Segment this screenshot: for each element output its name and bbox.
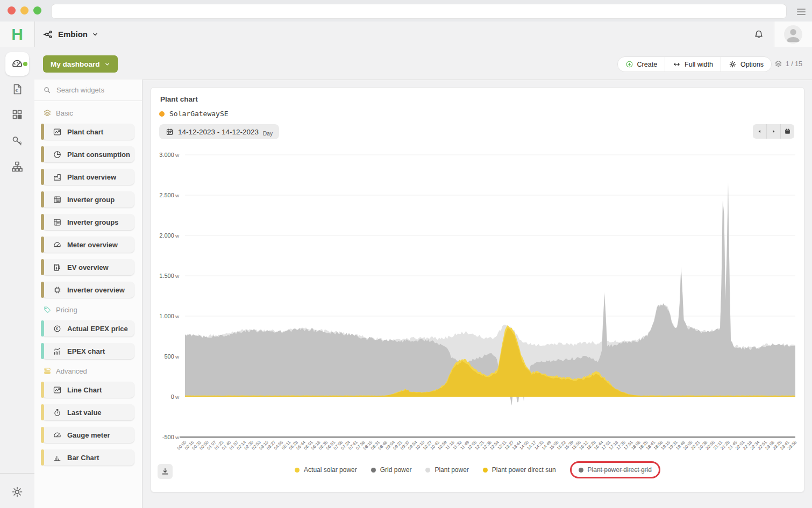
widget-item-plant-overview[interactable]: Plant overview bbox=[42, 169, 134, 185]
speedometer-icon bbox=[11, 58, 24, 70]
molecule-icon bbox=[42, 28, 54, 40]
widget-item-ev-overview[interactable]: EV overview bbox=[42, 259, 134, 275]
factory-icon bbox=[53, 173, 62, 182]
widget-item-line-chart[interactable]: Line Chart bbox=[42, 382, 134, 398]
svg-text:0 W: 0 W bbox=[171, 393, 180, 400]
svg-text:2.000 W: 2.000 W bbox=[159, 232, 180, 239]
options-button[interactable]: Options bbox=[721, 57, 771, 71]
app-logo[interactable]: H bbox=[0, 22, 35, 47]
page-indicator-label: 1 / 15 bbox=[786, 60, 802, 68]
section-label: Basic bbox=[56, 109, 73, 117]
accent-bar bbox=[41, 191, 44, 208]
full-width-button[interactable]: Full width bbox=[665, 57, 721, 71]
rail-divider bbox=[0, 473, 34, 474]
legend-label: Grid power bbox=[380, 466, 412, 474]
rail-item-dashboard[interactable] bbox=[5, 52, 29, 76]
svg-text:-500 W: -500 W bbox=[162, 434, 180, 440]
stopwatch-icon bbox=[53, 408, 62, 417]
accent-bar bbox=[41, 146, 44, 162]
plant-chart-plot[interactable]: 3.000 W2.500 W2.000 W1.500 W1.000 W500 W… bbox=[151, 88, 804, 459]
options-label: Options bbox=[740, 61, 764, 68]
legend-label: Plant power direct grid bbox=[588, 466, 652, 474]
widget-item-plant-consumption[interactable]: Plant consumption bbox=[42, 146, 134, 162]
widget-item-gauge-meter[interactable]: Gauge meter bbox=[42, 427, 134, 443]
pie-chart-icon bbox=[53, 150, 62, 159]
chart-legend: Actual solar powerGrid powerPlant powerP… bbox=[151, 461, 804, 478]
coin-icon: € bbox=[53, 324, 62, 333]
legend-item-plant-power-direct-grid[interactable]: Plant power direct grid bbox=[570, 461, 660, 478]
full-width-label: Full width bbox=[685, 61, 713, 68]
accent-bar bbox=[41, 343, 44, 359]
line-chart-icon bbox=[53, 127, 62, 137]
rail-item-settings[interactable] bbox=[5, 480, 29, 504]
accent-bar bbox=[41, 427, 44, 443]
legend-item-plant-power[interactable]: Plant power bbox=[425, 462, 468, 477]
sitemap-icon bbox=[11, 160, 24, 173]
legend-label: Plant power direct sun bbox=[492, 466, 556, 474]
svg-text:€: € bbox=[56, 326, 58, 330]
legend-label: Plant power bbox=[435, 466, 468, 474]
search-input[interactable] bbox=[55, 85, 127, 95]
window-close-button[interactable] bbox=[8, 6, 16, 15]
rail-item-billing[interactable]: € bbox=[5, 77, 29, 101]
chip-icon bbox=[53, 285, 62, 295]
epex-chart-icon bbox=[53, 347, 62, 356]
window-maximize-button[interactable] bbox=[33, 6, 41, 15]
section-label: Advanced bbox=[56, 367, 87, 375]
widget-item-inverter-overview[interactable]: Inverter overview bbox=[42, 282, 134, 298]
bar-chart-icon bbox=[53, 453, 62, 462]
search-icon bbox=[43, 86, 51, 94]
widget-item-inverter-groups[interactable]: Inverter groups bbox=[42, 214, 134, 230]
plus-circle-icon bbox=[625, 60, 633, 68]
create-button[interactable]: Create bbox=[618, 57, 666, 71]
widget-item-meter-overview[interactable]: Meter overview bbox=[42, 237, 134, 253]
gear-icon bbox=[729, 60, 737, 68]
legend-item-grid-power[interactable]: Grid power bbox=[371, 462, 412, 477]
accent-bar bbox=[41, 404, 44, 420]
legend-dot bbox=[425, 468, 430, 473]
table-list-icon bbox=[53, 218, 62, 227]
dashboard-page-indicator: 1 / 15 bbox=[774, 56, 802, 71]
widget-item-epex-chart[interactable]: EPEX chart bbox=[42, 343, 134, 359]
org-switcher[interactable]: Embion bbox=[42, 22, 98, 47]
legend-item-plant-power-direct-sun[interactable]: Plant power direct sun bbox=[483, 462, 556, 477]
widget-item-bar-chart[interactable]: Bar Chart bbox=[42, 449, 134, 466]
widget-item-plant-chart[interactable]: Plant chart bbox=[42, 124, 134, 140]
accent-bar bbox=[41, 320, 44, 337]
svg-text:1.500 W: 1.500 W bbox=[159, 273, 180, 279]
browser-url-bar[interactable] bbox=[51, 4, 787, 19]
layers-icon bbox=[774, 60, 782, 68]
widget-item-label: Last value bbox=[67, 409, 102, 417]
notifications-bell-icon[interactable] bbox=[753, 28, 765, 40]
dashboard-selector-button[interactable]: My dashboard bbox=[43, 55, 118, 73]
widget-item-actual-epex-price[interactable]: €Actual EPEX price bbox=[42, 320, 134, 337]
download-button[interactable] bbox=[158, 464, 173, 479]
section-label: Pricing bbox=[56, 306, 77, 314]
browser-menu-icon[interactable] bbox=[797, 7, 806, 17]
widget-item-inverter-group[interactable]: Inverter group bbox=[42, 191, 134, 208]
avatar bbox=[784, 25, 802, 44]
nav-rail: € bbox=[0, 47, 35, 508]
legend-dot bbox=[579, 468, 583, 473]
meter-icon bbox=[53, 431, 62, 440]
legend-item-actual-solar-power[interactable]: Actual solar power bbox=[295, 462, 357, 477]
window-minimize-button[interactable] bbox=[20, 6, 29, 15]
rail-item-widgets[interactable] bbox=[5, 103, 29, 126]
user-menu[interactable] bbox=[774, 22, 812, 47]
widget-search bbox=[34, 80, 142, 101]
chevron-down-icon bbox=[104, 61, 110, 67]
svg-text:€: € bbox=[16, 88, 18, 93]
widget-item-last-value[interactable]: Last value bbox=[42, 404, 134, 420]
gear-icon bbox=[11, 485, 24, 498]
tag-icon bbox=[43, 305, 52, 314]
svg-text:2.500 W: 2.500 W bbox=[159, 192, 180, 198]
browser-chrome bbox=[0, 0, 812, 22]
widget-item-label: Plant consumption bbox=[67, 151, 130, 159]
rail-item-topology[interactable] bbox=[5, 155, 29, 178]
dashboard-toolbar: My dashboard Create Full width Options 1… bbox=[34, 47, 812, 80]
svg-text:1.000 W: 1.000 W bbox=[159, 313, 180, 319]
rail-item-access[interactable] bbox=[5, 129, 29, 153]
accent-bar bbox=[41, 382, 44, 398]
accent-bar bbox=[41, 449, 44, 466]
toolbar-button-group: Create Full width Options bbox=[617, 56, 772, 72]
